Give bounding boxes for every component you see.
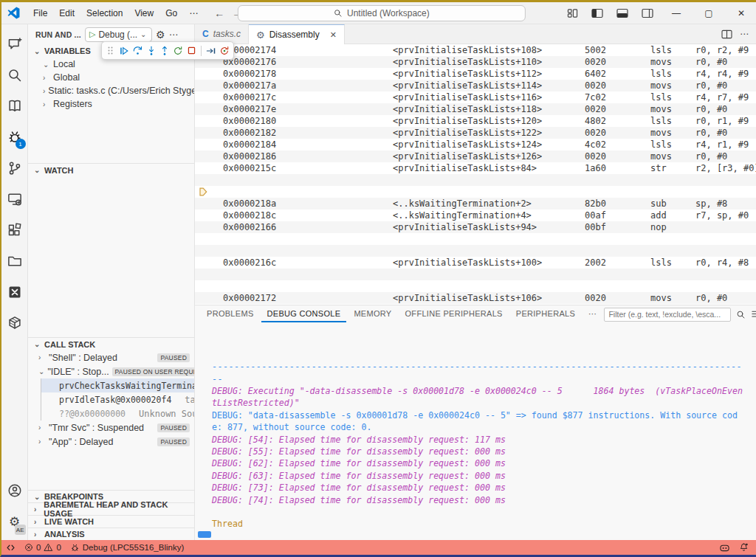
- disassembly-row[interactable]: 0x0000215c<prvInitialiseTaskLists+84>1a6…: [195, 162, 756, 174]
- tab-disassembly[interactable]: ⚙ Disassembly ✕: [249, 24, 345, 44]
- toolbar-grip-icon[interactable]: [105, 45, 116, 57]
- disassembly-row[interactable]: 0x0000218c<..ksWaitingTermination+4>00af…: [195, 210, 756, 221]
- x-box-icon[interactable]: [1, 277, 28, 308]
- step-over-button[interactable]: [132, 45, 143, 57]
- run-and-debug-icon[interactable]: 1: [1, 122, 28, 153]
- call-stack-item[interactable]: ⌄ "IDLE" : Stop... PAUSED ON USER REQUES…: [28, 364, 194, 378]
- panel-tab[interactable]: OFFLINE PERIPHERALS: [399, 306, 509, 322]
- remote-indicator-icon[interactable]: [6, 543, 16, 553]
- menu-go[interactable]: Go: [159, 5, 183, 21]
- reset-device-button[interactable]: [219, 45, 230, 57]
- disassembly-row[interactable]: 0x0000217a<prvInitialiseTaskLists+114>00…: [195, 80, 756, 91]
- clear-console-icon[interactable]: [751, 310, 756, 319]
- panel-tab[interactable]: ⋯: [583, 306, 602, 322]
- disassembly-row[interactable]: 0x00002184<prvInitialiseTaskLists+124>4c…: [195, 139, 756, 151]
- book-icon[interactable]: [1, 91, 28, 122]
- console-filter-input[interactable]: [604, 308, 731, 322]
- debug-console-output[interactable]: ----------------------------------------…: [195, 323, 756, 531]
- panel-tab[interactable]: PROBLEMS: [201, 306, 260, 322]
- window-maximize-button[interactable]: ▢: [694, 2, 724, 24]
- disassembly-row[interactable]: 0x00002166<prvInitialiseTaskLists+94>00b…: [195, 221, 756, 233]
- sidebar-title: RUN AND ...: [35, 30, 81, 39]
- disassembly-row[interactable]: [195, 269, 756, 280]
- launch-settings-gear-icon[interactable]: ⚙: [156, 29, 165, 41]
- notifications-bell-icon[interactable]: [739, 542, 749, 553]
- step-out-button[interactable]: [159, 45, 170, 57]
- restart-button[interactable]: [173, 45, 184, 57]
- activity-bar: 1: [1, 24, 28, 540]
- split-editor-icon[interactable]: [721, 30, 732, 39]
- menu-view[interactable]: View: [128, 5, 159, 21]
- remote-explorer-icon[interactable]: [1, 184, 28, 215]
- search-icon[interactable]: [736, 310, 746, 319]
- customize-layout-icon[interactable]: [561, 4, 583, 23]
- call-stack-item[interactable]: › "Tmr Svc" : Suspended PAUSED: [28, 421, 194, 435]
- disassembly-row[interactable]: [195, 186, 756, 198]
- package-cube-icon[interactable]: [1, 308, 28, 339]
- disassembly-row[interactable]: 0x00002178<prvInitialiseTaskLists+112>64…: [195, 68, 756, 80]
- disassembly-row[interactable]: 0x00002172<prvInitialiseTaskLists+106>00…: [195, 292, 756, 304]
- disassembly-row[interactable]: [195, 233, 756, 245]
- nav-back-icon[interactable]: ←: [214, 7, 224, 19]
- disassembly-row[interactable]: [195, 245, 756, 257]
- variables-tree-item[interactable]: › Static: tasks.c (C:/Users/Erich Styger…: [28, 84, 194, 97]
- window-close-button[interactable]: ✕: [726, 2, 756, 24]
- disassembly-row[interactable]: 0x0000216c<prvInitialiseTaskLists+100>20…: [195, 257, 756, 269]
- debug-config-select[interactable]: ▷ Debug (... ⌄: [85, 27, 152, 42]
- variables-tree: ⌄ Local › Global › Static: tasks.c (C:/U…: [28, 58, 194, 163]
- panel-tab[interactable]: MEMORY: [348, 306, 397, 322]
- copilot-status-icon[interactable]: [719, 543, 730, 553]
- chat-sparkle-icon[interactable]: [1, 29, 28, 60]
- menu-selection[interactable]: Selection: [80, 5, 128, 21]
- menu-edit[interactable]: Edit: [53, 5, 80, 21]
- panel-tab[interactable]: PERIPHERALS: [510, 306, 581, 322]
- disassembly-row[interactable]: 0x0000217c<prvInitialiseTaskLists+116>7c…: [195, 91, 756, 103]
- problems-status[interactable]: 0 0: [24, 543, 61, 552]
- call-stack-item[interactable]: › "App" : Delayed PAUSED: [28, 435, 194, 449]
- disassembly-row[interactable]: 0x00002174<prvInitialiseTaskLists+108>50…: [195, 44, 756, 56]
- window-minimize-button[interactable]: —: [662, 2, 691, 24]
- start-debug-icon[interactable]: ▷: [89, 30, 95, 39]
- stop-button[interactable]: [186, 45, 197, 57]
- disassembly-row[interactable]: 0x00002186<prvInitialiseTaskLists+126>00…: [195, 151, 756, 162]
- toggle-primary-sidebar-icon[interactable]: [586, 4, 608, 23]
- disassembly-row[interactable]: 0x00002180<prvInitialiseTaskLists+120>48…: [195, 115, 756, 127]
- settings-gear-icon[interactable]: ⚙ AE: [1, 506, 28, 537]
- step-into-button[interactable]: [145, 45, 157, 57]
- disassembly-row[interactable]: [195, 174, 756, 186]
- disassembly-row[interactable]: 0x0000217e<prvInitialiseTaskLists+118>00…: [195, 103, 756, 115]
- folder-icon[interactable]: [1, 246, 28, 277]
- disassembly-row[interactable]: 0x0000218a<..ksWaitingTermination+2>82b0…: [195, 198, 756, 210]
- run-bar-more-icon[interactable]: ⋯: [169, 29, 179, 40]
- call-stack-section-header[interactable]: ⌄CALL STACK: [28, 337, 194, 350]
- search-view-icon[interactable]: [1, 60, 28, 91]
- debug-status[interactable]: Debug (LPC55S16_Blinky): [70, 543, 184, 553]
- console-repl-prompt[interactable]: [198, 531, 211, 538]
- sidebar-section-header[interactable]: › BAREMETAL HEAP AND STACK USAGE: [28, 502, 194, 515]
- editor-more-icon[interactable]: ⋯: [740, 29, 749, 39]
- source-control-icon[interactable]: [1, 153, 28, 184]
- jump-to-cursor-button[interactable]: [205, 45, 216, 57]
- menu-file[interactable]: File: [27, 5, 53, 21]
- disassembly-view[interactable]: 0x00002174<prvInitialiseTaskLists+108>50…: [195, 44, 756, 305]
- variables-tree-item[interactable]: › Registers: [28, 97, 194, 111]
- sidebar-section-header[interactable]: › ANALYSIS: [28, 527, 194, 540]
- watch-section-header[interactable]: ⌄WATCH: [28, 163, 194, 176]
- call-stack-item[interactable]: ??@0x00000000 Unknown Source: [41, 406, 194, 421]
- call-stack-item[interactable]: prvIdleTask@0x000020f4 tasks.c: [41, 392, 194, 406]
- toggle-panel-icon[interactable]: [611, 4, 633, 23]
- variables-tree-item[interactable]: › Global: [28, 71, 194, 84]
- disassembly-row[interactable]: 0x00002176<prvInitialiseTaskLists+110>00…: [195, 56, 756, 68]
- panel-tab[interactable]: DEBUG CONSOLE: [261, 306, 347, 322]
- command-center-search[interactable]: Untitled (Workspace): [238, 5, 526, 21]
- disassembly-row[interactable]: [195, 280, 756, 292]
- toggle-secondary-sidebar-icon[interactable]: [636, 4, 659, 23]
- account-icon[interactable]: [1, 475, 28, 506]
- call-stack-item[interactable]: › "Shell" : Delayed PAUSED: [28, 350, 194, 364]
- call-stack-item[interactable]: prvCheckTasksWaitingTermination@: [41, 378, 194, 392]
- menu-more[interactable]: ⋯: [183, 5, 204, 21]
- disassembly-row[interactable]: 0x00002182<prvInitialiseTaskLists+122>00…: [195, 127, 756, 139]
- close-tab-icon[interactable]: ✕: [330, 30, 337, 40]
- extensions-icon[interactable]: [1, 215, 28, 246]
- continue-button[interactable]: [118, 45, 129, 57]
